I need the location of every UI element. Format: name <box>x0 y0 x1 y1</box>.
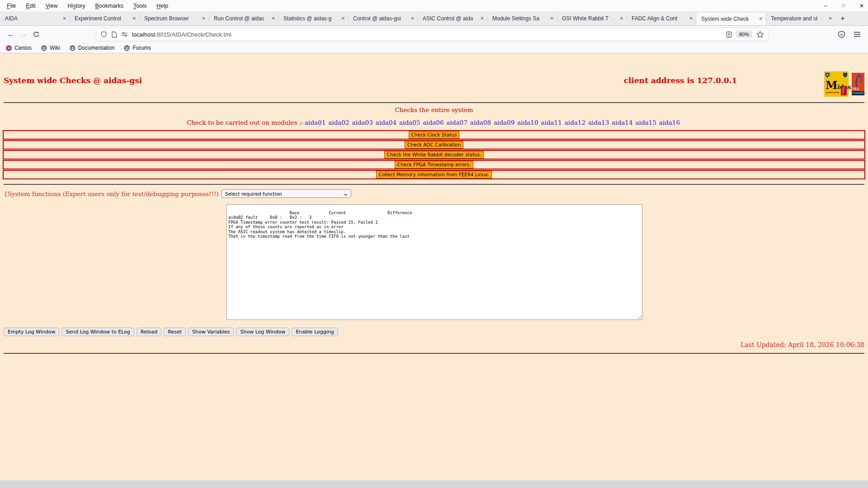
module-link-aida03[interactable]: aida03 <box>352 119 373 126</box>
tab-close-icon[interactable]: ✕ <box>341 16 345 21</box>
divider <box>4 102 864 103</box>
tab-system-wide-check[interactable]: System wide Check✕ <box>696 12 766 25</box>
reload-button[interactable]: Reload <box>137 328 161 336</box>
module-link-aida07[interactable]: aida07 <box>447 119 467 126</box>
module-link-aida09[interactable]: aida09 <box>494 119 514 126</box>
bookmark-label: Wiki <box>50 45 60 51</box>
check-row: Check Clock Status <box>3 130 865 140</box>
forward-button[interactable]: → <box>17 28 30 41</box>
tab-label: Run Control @ aidas <box>214 15 270 22</box>
url-bar[interactable]: localhost:8015/AIDA/Check/Check.tml 80% <box>96 28 769 41</box>
tab-control-aidas-gsi[interactable]: Control @ aidas-gsi✕ <box>348 11 418 25</box>
menu-view[interactable]: View <box>41 1 63 10</box>
tab-close-icon[interactable]: ✕ <box>63 16 66 21</box>
menu-file[interactable]: File <box>2 1 21 10</box>
module-link-aida05[interactable]: aida05 <box>399 119 420 126</box>
menu-help[interactable]: Help <box>151 1 173 10</box>
show-log-window-button[interactable]: Show Log Window <box>236 328 289 336</box>
tab-close-icon[interactable]: ✕ <box>620 16 623 21</box>
tcl-powered-text: POWERED <box>852 91 864 95</box>
tab-spectrum-browser[interactable]: Spectrum Browser✕ <box>139 11 209 25</box>
function-select-value: Select required function <box>225 191 282 197</box>
tab-close-icon[interactable]: ✕ <box>272 16 275 21</box>
module-link-aida14[interactable]: aida14 <box>612 119 632 126</box>
module-link-aida15[interactable]: aida15 <box>636 119 656 126</box>
maximize-button[interactable]: □ <box>840 3 847 8</box>
log-window[interactable]: Base Current Difference aida02 fault 0x0… <box>226 204 642 320</box>
midas-logo[interactable]: Midas powered by <box>824 71 849 97</box>
tab-temperature-and-st[interactable]: Temperature and st✕ <box>766 11 835 25</box>
menu-edit[interactable]: Edit <box>21 1 41 10</box>
menu-bookmarks[interactable]: Bookmarks <box>90 1 129 10</box>
reload-button[interactable] <box>30 28 42 41</box>
bookmark-star-icon[interactable] <box>756 31 764 38</box>
page-info-icon[interactable] <box>111 31 117 38</box>
tab-experiment-control[interactable]: Experiment Control✕ <box>70 11 139 25</box>
module-link-aida10[interactable]: aida10 <box>517 119 538 126</box>
module-link-aida11[interactable]: aida11 <box>541 119 562 126</box>
tab-close-icon[interactable]: ✕ <box>829 16 832 21</box>
menu-history[interactable]: History <box>63 1 90 10</box>
minimize-button[interactable]: – <box>822 3 829 9</box>
check-the-white-rabbit-decoder-status-button[interactable]: Check the White Rabbit decoder status. <box>384 151 484 159</box>
check-adc-calibration-button[interactable]: Check ADC Calibration <box>405 141 464 149</box>
enable-logging-button[interactable]: Enable Logging <box>292 328 338 336</box>
tab-close-icon[interactable]: ✕ <box>411 16 415 21</box>
tab-close-icon[interactable]: ✕ <box>759 16 763 21</box>
zoom-level-badge[interactable]: 80% <box>736 31 752 38</box>
new-tab-button[interactable]: + <box>835 11 850 25</box>
tab-close-icon[interactable]: ✕ <box>132 16 136 21</box>
tab-gsi-white-rabbit-t[interactable]: GSI White Rabbit T✕ <box>557 11 627 25</box>
empty-log-window-button[interactable]: Empty Log Window <box>4 328 59 336</box>
bookmark-documentation[interactable]: Documentation <box>70 45 115 51</box>
tab-label: GSI White Rabbit T <box>562 15 618 22</box>
module-link-aida02[interactable]: aida02 <box>328 119 349 126</box>
module-link-aida04[interactable]: aida04 <box>376 119 396 126</box>
bookmark-forums[interactable]: Forums <box>124 45 151 51</box>
chevron-down-icon <box>344 189 348 198</box>
tab-label: ASIC Control @ aida <box>423 15 479 22</box>
close-window-button[interactable]: ✕ <box>858 3 865 9</box>
shield-icon[interactable] <box>100 31 107 38</box>
tab-aida[interactable]: AIDA✕ <box>0 11 70 25</box>
tab-close-icon[interactable]: ✕ <box>550 16 554 21</box>
tab-close-icon[interactable]: ✕ <box>202 16 206 21</box>
module-link-aida13[interactable]: aida13 <box>588 119 609 126</box>
check-fpga-timestamp-errors-button[interactable]: Check FPGA Timestamp errors. <box>395 161 474 169</box>
collect-memory-information-from-fee64-linux-button[interactable]: Collect Memory information from FEE64 Li… <box>376 171 492 178</box>
tab-close-icon[interactable]: ✕ <box>689 16 693 21</box>
send-log-window-to-elog-button[interactable]: Send Log Window to ELog <box>61 328 134 336</box>
bookmarks-toolbar: CentosWikiDocumentationForums <box>0 43 868 53</box>
account-shield-icon[interactable] <box>838 31 845 38</box>
tab-run-control-aidas[interactable]: Run Control @ aidas✕ <box>209 11 278 25</box>
hamburger-menu-icon[interactable] <box>854 31 861 38</box>
module-link-aida08[interactable]: aida08 <box>470 119 491 126</box>
menu-tools[interactable]: Tools <box>128 1 151 10</box>
module-link-aida01[interactable]: aida01 <box>305 119 326 126</box>
tab-asic-control-aida[interactable]: ASIC Control @ aida✕ <box>418 11 487 25</box>
show-variables-button[interactable]: Show Variables <box>188 328 234 336</box>
permissions-sliders-icon[interactable] <box>121 32 128 37</box>
tab-module-settings-sa[interactable]: Module Settings Sa✕ <box>487 11 557 25</box>
check-clock-status-button[interactable]: Check Clock Status <box>409 131 460 139</box>
back-button[interactable]: ← <box>5 28 17 41</box>
resize-handle[interactable] <box>637 314 642 319</box>
midas-tcl-badge <box>841 86 847 95</box>
module-link-aida12[interactable]: aida12 <box>565 119 585 126</box>
tab-fadc-align-cont[interactable]: FADC Align & Cont✕ <box>627 11 696 25</box>
tcl-logo[interactable]: TCL POWERED <box>852 73 864 95</box>
reader-mode-icon[interactable] <box>726 31 732 38</box>
midas-powered-by-text: powered by <box>826 91 840 94</box>
function-select[interactable]: Select required function <box>222 189 351 198</box>
reset-button[interactable]: Reset <box>164 328 186 336</box>
module-link-aida06[interactable]: aida06 <box>423 119 443 126</box>
bookmark-label: Forums <box>132 45 151 51</box>
url-text[interactable]: localhost:8015/AIDA/Check/Check.tml <box>132 31 231 38</box>
navigation-toolbar: ← → localhost:8015/AIDA/Check/Check.tml … <box>0 26 868 43</box>
bookmark-label: Centos <box>14 45 32 51</box>
module-link-aida16[interactable]: aida16 <box>659 119 680 126</box>
tab-statistics-aidas-g[interactable]: Statistics @ aidas-g✕ <box>278 11 348 25</box>
bookmark-wiki[interactable]: Wiki <box>41 45 60 51</box>
tab-close-icon[interactable]: ✕ <box>481 16 484 21</box>
bookmark-centos[interactable]: Centos <box>6 45 32 51</box>
